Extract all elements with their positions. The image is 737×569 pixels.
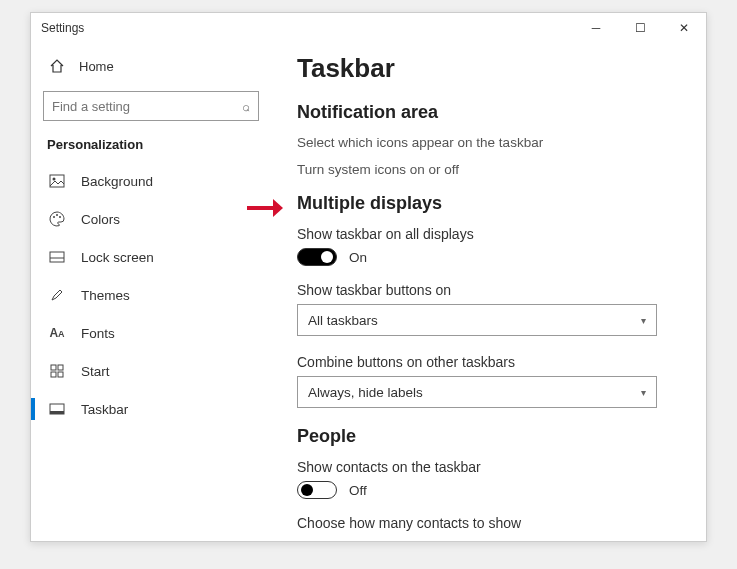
sidebar-item-fonts[interactable]: AA Fonts <box>31 314 271 352</box>
people-heading: People <box>297 426 680 447</box>
home-icon <box>47 58 67 74</box>
close-button[interactable]: ✕ <box>662 13 706 43</box>
combine-dropdown[interactable]: Always, hide labels ▾ <box>297 376 657 408</box>
svg-point-2 <box>53 216 55 218</box>
svg-rect-12 <box>50 411 64 414</box>
page-title: Taskbar <box>297 53 680 84</box>
svg-rect-8 <box>58 365 63 370</box>
svg-rect-7 <box>51 365 56 370</box>
search-input[interactable] <box>52 99 242 114</box>
sidebar-item-label: Background <box>81 174 153 189</box>
window-title: Settings <box>41 21 574 35</box>
sidebar-item-start[interactable]: Start <box>31 352 271 390</box>
maximize-icon: ☐ <box>635 21 646 35</box>
settings-window: Settings ─ ☐ ✕ Home ⌕ Personalization Ba… <box>30 12 707 542</box>
show-taskbar-all-label: Show taskbar on all displays <box>297 226 680 242</box>
toggle-pill-icon <box>297 481 337 499</box>
picture-icon <box>47 174 67 188</box>
toggle-pill-icon <box>297 248 337 266</box>
show-contacts-label: Show contacts on the taskbar <box>297 459 680 475</box>
toggle-state-label: On <box>349 250 367 265</box>
search-icon: ⌕ <box>242 99 250 114</box>
svg-point-3 <box>56 214 58 216</box>
sidebar-item-label: Colors <box>81 212 120 227</box>
sidebar-category: Personalization <box>31 131 271 162</box>
svg-rect-10 <box>58 372 63 377</box>
multiple-displays-heading: Multiple displays <box>297 193 680 214</box>
sidebar-item-themes[interactable]: Themes <box>31 276 271 314</box>
fonts-icon: AA <box>47 326 67 340</box>
chevron-down-icon: ▾ <box>641 387 646 398</box>
toggle-state-label: Off <box>349 483 367 498</box>
show-contacts-toggle[interactable]: Off <box>297 481 680 499</box>
sidebar-item-label: Fonts <box>81 326 115 341</box>
window-body: Home ⌕ Personalization Background Colors… <box>31 43 706 541</box>
combine-label: Combine buttons on other taskbars <box>297 354 680 370</box>
start-icon <box>47 364 67 378</box>
system-icons-link[interactable]: Turn system icons on or off <box>297 162 680 177</box>
minimize-button[interactable]: ─ <box>574 13 618 43</box>
sidebar-item-colors[interactable]: Colors <box>31 200 271 238</box>
maximize-button[interactable]: ☐ <box>618 13 662 43</box>
lock-screen-icon <box>47 250 67 264</box>
buttons-on-dropdown[interactable]: All taskbars ▾ <box>297 304 657 336</box>
close-icon: ✕ <box>679 21 689 35</box>
buttons-on-label: Show taskbar buttons on <box>297 282 680 298</box>
sidebar-item-label: Taskbar <box>81 402 128 417</box>
sidebar-item-label: Start <box>81 364 110 379</box>
taskbar-icon <box>47 403 67 415</box>
svg-rect-9 <box>51 372 56 377</box>
sidebar-item-label: Lock screen <box>81 250 154 265</box>
show-taskbar-all-toggle[interactable]: On <box>297 248 680 266</box>
home-nav[interactable]: Home <box>31 49 271 83</box>
dropdown-value: All taskbars <box>308 313 378 328</box>
sidebar: Home ⌕ Personalization Background Colors… <box>31 43 271 541</box>
titlebar: Settings ─ ☐ ✕ <box>31 13 706 43</box>
dropdown-value: Always, hide labels <box>308 385 423 400</box>
svg-rect-5 <box>50 252 64 262</box>
choose-contacts-label: Choose how many contacts to show <box>297 515 680 531</box>
svg-point-1 <box>53 178 56 181</box>
sidebar-item-label: Themes <box>81 288 130 303</box>
brush-icon <box>47 287 67 303</box>
palette-icon <box>47 211 67 227</box>
minimize-icon: ─ <box>592 21 601 35</box>
sidebar-item-background[interactable]: Background <box>31 162 271 200</box>
home-label: Home <box>79 59 114 74</box>
chevron-down-icon: ▾ <box>641 315 646 326</box>
svg-point-4 <box>59 216 61 218</box>
search-box[interactable]: ⌕ <box>43 91 259 121</box>
svg-rect-0 <box>50 175 64 187</box>
main-panel: Taskbar Notification area Select which i… <box>271 43 706 541</box>
sidebar-item-lockscreen[interactable]: Lock screen <box>31 238 271 276</box>
notification-area-heading: Notification area <box>297 102 680 123</box>
sidebar-item-taskbar[interactable]: Taskbar <box>31 390 271 428</box>
select-icons-link[interactable]: Select which icons appear on the taskbar <box>297 135 680 150</box>
